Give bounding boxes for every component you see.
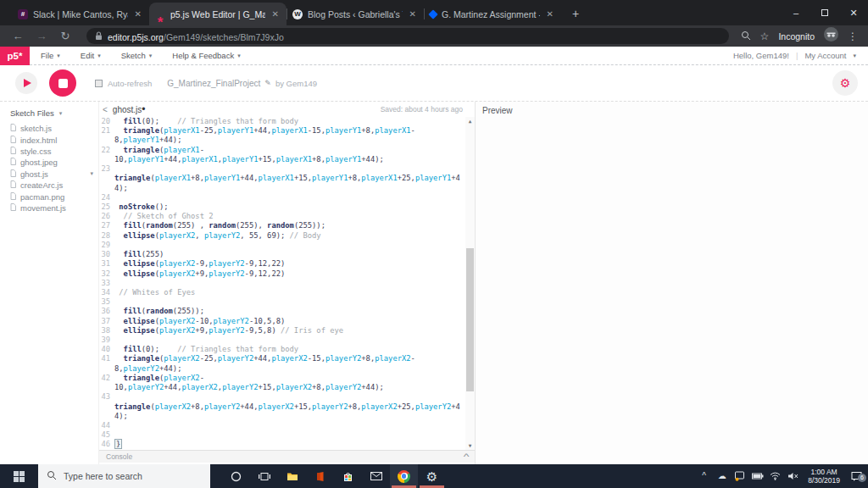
code-row[interactable]: 21 triangle(playerX1-25,playerY1+44,play… bbox=[99, 126, 475, 136]
auto-refresh-checkbox[interactable] bbox=[95, 80, 103, 87]
code-row[interactable]: 35 bbox=[99, 297, 475, 307]
code-row[interactable]: 4); bbox=[99, 412, 475, 421]
p5-logo[interactable]: p5* bbox=[0, 47, 30, 65]
code-row[interactable]: 32 ellipse(playerX2+9,playerY2-9,12,22) bbox=[99, 269, 475, 279]
code-editor[interactable]: 20 fill(0); // Triangles that form body2… bbox=[99, 117, 475, 450]
taskbar-cortana-icon[interactable] bbox=[222, 464, 250, 488]
action-center-icon[interactable]: 6 bbox=[848, 471, 865, 481]
menu-sketch[interactable]: Sketch▾ bbox=[121, 51, 153, 60]
sidebar-file-pacman-png[interactable]: pacman.png bbox=[0, 191, 98, 202]
taskbar-office-icon[interactable] bbox=[306, 464, 334, 488]
window-close-button[interactable]: ✕ bbox=[839, 0, 868, 25]
zoom-icon[interactable] bbox=[741, 29, 751, 44]
code-row[interactable]: 37 ellipse(playerX2-10,playerY2-10,5,8) bbox=[99, 317, 475, 326]
code-row[interactable]: 25 noStroke(); bbox=[99, 202, 475, 212]
sidebar-file-movement-js[interactable]: movement.js bbox=[0, 202, 98, 214]
tray-teams-icon[interactable] bbox=[732, 471, 747, 481]
sidebar-file-createArc-js[interactable]: createArc.js bbox=[0, 180, 98, 191]
code-row[interactable]: 42 triangle(playerX2- bbox=[99, 374, 475, 383]
scroll-up-icon[interactable]: ▲ bbox=[465, 117, 475, 125]
browser-tab-p5[interactable]: *p5.js Web Editor | G_Martinez_Fin✕ bbox=[149, 3, 287, 25]
sidebar-options-caret-icon[interactable]: ▾ bbox=[59, 110, 63, 117]
my-account-menu[interactable]: My Account bbox=[804, 51, 846, 60]
sidebar-file-style-css[interactable]: style.css bbox=[0, 146, 98, 157]
collapse-sidebar-chevron-icon[interactable]: < bbox=[99, 105, 113, 114]
code-row[interactable]: 45 bbox=[99, 430, 475, 440]
taskbar-search-input[interactable]: Type here to search bbox=[38, 464, 210, 488]
tab-close-icon[interactable]: ✕ bbox=[545, 9, 555, 19]
code-row[interactable]: 43 bbox=[99, 392, 475, 402]
code-row[interactable]: 23 bbox=[99, 164, 475, 174]
taskbar-mail-icon[interactable] bbox=[362, 464, 390, 488]
browser-menu-icon[interactable]: ⋮ bbox=[848, 30, 858, 42]
taskbar-explorer-icon[interactable] bbox=[278, 464, 306, 488]
new-tab-button[interactable]: + bbox=[565, 3, 587, 25]
code-row[interactable]: 29 bbox=[99, 241, 475, 250]
code-row[interactable]: 38 ellipse(playerX2+9,playerY2-9,5,8) //… bbox=[99, 326, 475, 336]
code-row[interactable]: triangle(playerX1+8,playerY1+44,playerX1… bbox=[99, 174, 475, 183]
settings-button[interactable]: ⚙ bbox=[832, 70, 858, 96]
tab-close-icon[interactable]: ✕ bbox=[408, 9, 418, 19]
forward-button[interactable]: → bbox=[32, 30, 51, 42]
window-maximize-button[interactable] bbox=[810, 0, 839, 25]
code-row[interactable]: 36 fill(random(255)); bbox=[99, 307, 475, 316]
code-row[interactable]: 31 ellipse(playerX2-9,playerY2-9,12,22) bbox=[99, 259, 475, 269]
code-row[interactable]: 40 fill(0); // Triangles that form body bbox=[99, 345, 475, 354]
code-row[interactable]: 34 // Whites of Eyes bbox=[99, 288, 475, 297]
code-row[interactable]: 44 bbox=[99, 421, 475, 430]
tray-hidden-icons-icon[interactable]: ^ bbox=[697, 472, 711, 480]
code-row[interactable]: 10,playerY2+44,playerX2,playerY2+15,play… bbox=[99, 383, 475, 392]
address-bar[interactable]: editor.p5js.org/Gem149/sketches/Blm7J9xJ… bbox=[86, 28, 729, 44]
code-row[interactable]: 8,playerY2+44); bbox=[99, 364, 475, 374]
taskbar-settings-icon[interactable]: ⚙ bbox=[418, 464, 446, 488]
window-minimize-button[interactable]: – bbox=[782, 0, 810, 25]
incognito-avatar-icon[interactable] bbox=[824, 27, 838, 45]
browser-tab-dropbox[interactable]: G. Martinez Assignment - Dropb✕ bbox=[424, 3, 561, 25]
taskbar-chrome-icon[interactable] bbox=[390, 464, 418, 488]
browser-tab-wordpress[interactable]: WBlog Posts ‹ Gabriella's Technolo✕ bbox=[287, 3, 424, 25]
sidebar-file-index-html[interactable]: index.html bbox=[0, 134, 98, 145]
code-row[interactable]: 39 bbox=[99, 336, 475, 345]
tray-onedrive-icon[interactable]: ☁ bbox=[715, 472, 729, 480]
console-expand-chevron-icon[interactable]: ^ bbox=[463, 452, 469, 461]
sidebar-file-ghost-js[interactable]: ghost.js▾ bbox=[0, 169, 98, 180]
sidebar-file-ghost-jpeg[interactable]: ghost.jpeg bbox=[0, 157, 98, 168]
code-row[interactable]: 30 fill(255) bbox=[99, 250, 475, 259]
browser-tab-slack[interactable]: #Slack | Mike Cantos, Ryan Mohan✕ bbox=[12, 3, 149, 25]
tray-wifi-icon[interactable] bbox=[768, 472, 782, 480]
code-row[interactable]: 20 fill(0); // Triangles that form body bbox=[99, 117, 475, 126]
code-row[interactable]: 4); bbox=[99, 184, 475, 193]
taskbar-clock[interactable]: 1:00 AM 8/30/2019 bbox=[808, 468, 840, 485]
stop-button[interactable] bbox=[49, 69, 76, 97]
play-button[interactable] bbox=[15, 72, 37, 94]
code-row[interactable]: 24 bbox=[99, 193, 475, 202]
code-row[interactable]: 28 ellipse(playerX2, playerY2, 55, 69); … bbox=[99, 231, 475, 241]
menu-edit[interactable]: Edit▾ bbox=[81, 51, 101, 60]
file-options-caret-icon[interactable]: ▾ bbox=[90, 170, 93, 177]
code-row[interactable]: 33 bbox=[99, 279, 475, 288]
edit-title-pencil-icon[interactable]: ✎ bbox=[264, 79, 271, 87]
tray-battery-icon[interactable] bbox=[750, 473, 765, 480]
sidebar-file-sketch-js[interactable]: sketch.js bbox=[0, 123, 98, 134]
start-button[interactable] bbox=[0, 464, 38, 488]
code-row[interactable]: 26 // Sketch of Ghost 2 bbox=[99, 212, 475, 221]
code-row[interactable]: 22 triangle(playerX1- bbox=[99, 146, 475, 155]
scrollbar-thumb[interactable] bbox=[466, 248, 474, 391]
tab-close-icon[interactable]: ✕ bbox=[270, 9, 281, 19]
scroll-down-icon[interactable]: ▼ bbox=[465, 441, 475, 450]
menu-file[interactable]: File▾ bbox=[41, 51, 60, 60]
taskbar-store-icon[interactable] bbox=[334, 464, 362, 488]
reload-button[interactable]: ↻ bbox=[56, 30, 75, 42]
code-row[interactable]: 41 triangle(playerX2-25,playerY2+44,play… bbox=[99, 354, 475, 363]
taskbar-taskview-icon[interactable] bbox=[250, 464, 278, 488]
console-bar[interactable]: Console ^ bbox=[99, 450, 475, 463]
menu-help-feedback[interactable]: Help & Feedback▾ bbox=[172, 51, 240, 60]
tray-volume-muted-icon[interactable] bbox=[786, 472, 800, 480]
bookmark-star-icon[interactable]: ☆ bbox=[760, 30, 770, 42]
code-row[interactable]: 8,playerY1+44); bbox=[99, 136, 475, 145]
code-row[interactable]: 10,playerY1+44,playerX1,playerY1+15,play… bbox=[99, 155, 475, 164]
code-row[interactable]: 27 fill(random(255) , random(255), rando… bbox=[99, 221, 475, 230]
code-row[interactable]: triangle(playerX2+8,playerY2+44,playerX2… bbox=[99, 402, 475, 412]
back-button[interactable]: ← bbox=[8, 30, 27, 42]
tab-close-icon[interactable]: ✕ bbox=[133, 9, 143, 19]
